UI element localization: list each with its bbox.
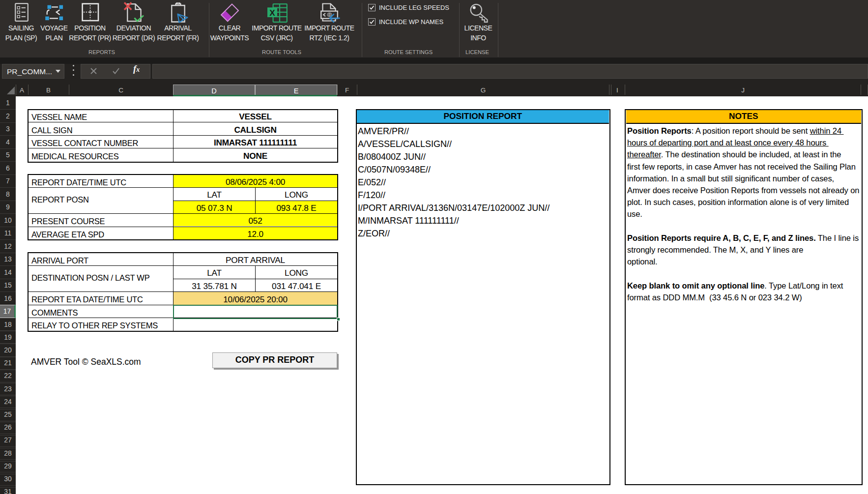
- svg-text:X: X: [269, 8, 275, 18]
